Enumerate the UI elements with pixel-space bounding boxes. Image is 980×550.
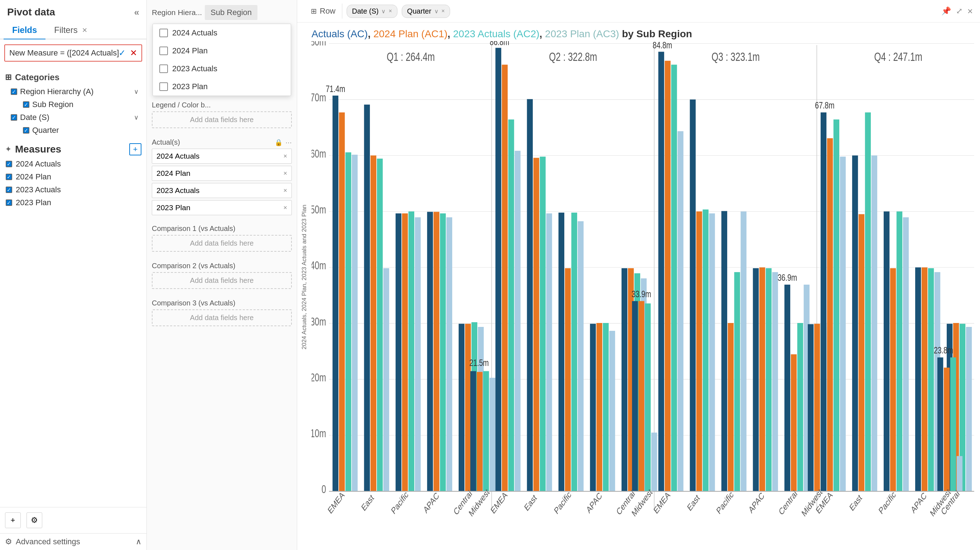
legend-area: Legend / Color b... Add data fields here: [152, 101, 292, 131]
settings-bottom-button[interactable]: ⚙: [27, 512, 42, 528]
formula-cancel-icon[interactable]: ✕: [130, 48, 137, 58]
category-item-date[interactable]: ✓ Date (S) ∨: [5, 111, 142, 124]
dropdown-item-2024-actuals[interactable]: 2024 Actuals: [153, 24, 291, 42]
formula-input[interactable]: [9, 48, 119, 58]
date-chip-close[interactable]: ×: [388, 8, 392, 14]
bar-q2-emea-2024plan: [502, 65, 508, 491]
dropdown-item-label-2024-actuals: 2024 Actuals: [172, 28, 217, 38]
tab-fields[interactable]: Fields: [3, 21, 46, 40]
quarter-chip[interactable]: Quarter ∨ ×: [402, 5, 450, 18]
categories-section: ⊞ Categories ✓ Region Hierarchy (A) ∨ ✓ …: [0, 67, 146, 140]
bar-q3-pacific-2024actuals: [721, 211, 727, 491]
category-label-quarter: Quarter: [32, 126, 59, 135]
legend-add-field[interactable]: Add data fields here: [152, 111, 292, 128]
chevron-date[interactable]: ∨: [134, 113, 138, 121]
bar-q1-midwest-2024actuals: [471, 371, 476, 491]
tab-filters[interactable]: Filters ×: [46, 21, 95, 39]
chart-close-icon[interactable]: ×: [967, 6, 973, 17]
annotation-q1-emea: 71.4m: [326, 83, 345, 94]
middle-panel: Region Hiera... Sub Region 2024 Actuals …: [147, 0, 297, 550]
pin-icon[interactable]: 📌: [941, 6, 951, 16]
checkbox-2024-actuals[interactable]: ✓: [6, 161, 12, 167]
bar-q3-midwest-2024plan: [814, 324, 820, 491]
collapse-icon[interactable]: «: [134, 7, 139, 18]
measure-item-2024-plan[interactable]: ✓ 2024 Plan: [0, 170, 146, 183]
formula-confirm-icon[interactable]: ✓: [119, 48, 126, 58]
checkbox-2024-plan[interactable]: ✓: [6, 174, 12, 180]
checkbox-region-hierarchy[interactable]: ✓: [11, 89, 17, 95]
bar-q1-apac-2024actuals: [427, 212, 433, 491]
formula-actions: ✓ ✕: [119, 48, 137, 58]
xlabel-q3-east: East: [686, 492, 702, 513]
category-item-quarter[interactable]: ✓ Quarter: [5, 124, 142, 137]
advanced-settings-row[interactable]: ⚙ Advanced settings ∧: [0, 533, 146, 550]
field-tag-close-2024-actuals[interactable]: ×: [283, 153, 287, 160]
bar-q1-midwest-2023actuals: [483, 371, 489, 491]
measures-title: Measures: [15, 144, 61, 155]
bar-q4-east-2024plan: [859, 214, 864, 491]
dropdown-item-2023-actuals[interactable]: 2023 Actuals: [153, 60, 291, 78]
measure-item-2023-plan[interactable]: ✓ 2023 Plan: [0, 196, 146, 209]
checkbox-2023-plan[interactable]: ✓: [6, 199, 12, 206]
chart-title-actuals: Actuals (AC): [312, 28, 368, 40]
expand-icon[interactable]: ⤢: [956, 6, 963, 16]
bar-q2-emea-2023plan: [514, 151, 520, 491]
dropdown-item-2023-plan[interactable]: 2023 Plan: [153, 78, 291, 95]
more-icon[interactable]: ⋯: [285, 138, 292, 146]
gear-icon: ⚙: [5, 537, 12, 547]
checkbox-quarter[interactable]: ✓: [23, 127, 29, 134]
comparison2-add-field[interactable]: Add data fields here: [152, 272, 292, 289]
ytick-40m: 40m: [312, 260, 326, 272]
bar-q1-east-2024actuals: [364, 105, 370, 491]
category-item-region-hierarchy[interactable]: ✓ Region Hierarchy (A) ∨: [5, 85, 142, 98]
sub-region-button[interactable]: Sub Region: [205, 5, 258, 20]
field-tag-2023-actuals[interactable]: 2023 Actuals ×: [152, 183, 292, 198]
bar-q1-east-2024plan: [371, 156, 376, 491]
filters-close-icon[interactable]: ×: [82, 25, 87, 35]
chart-title-sub-region: Sub Region: [636, 28, 692, 40]
comparison2-label: Comparison 2 (vs Actuals): [152, 262, 292, 270]
measure-item-2023-actuals[interactable]: ✓ 2023 Actuals: [0, 183, 146, 196]
add-measure-button[interactable]: +: [129, 143, 142, 156]
field-tag-2024-actuals[interactable]: 2024 Actuals ×: [152, 149, 292, 164]
bar-q2-east-2023actuals: [540, 156, 546, 491]
ytick-60m: 60m: [312, 148, 326, 160]
date-chip-chevron[interactable]: ∨: [381, 8, 386, 15]
bar-q2-midwest-2024actuals: [632, 301, 638, 491]
field-tag-close-2023-plan[interactable]: ×: [283, 204, 287, 211]
bar-q1-midwest-2024plan: [477, 372, 482, 491]
checkbox-2023-actuals[interactable]: ✓: [6, 186, 12, 193]
ytick-20m: 20m: [312, 372, 326, 384]
date-chip[interactable]: Date (S) ∨ ×: [347, 5, 398, 18]
measure-label-2024-plan: 2024 Plan: [16, 172, 51, 181]
chart-svg-container: 2024 Actuals, 2024 Plan, 2023 Actuals an…: [297, 41, 980, 550]
dropdown-item-icon-2023-actuals: [159, 64, 168, 73]
checkbox-date[interactable]: ✓: [11, 114, 17, 121]
advanced-settings-chevron[interactable]: ∧: [136, 537, 142, 547]
bar-q3-central-2023actuals: [797, 323, 803, 491]
dropdown-item-icon-2024-actuals: [159, 29, 168, 37]
field-tag-2024-plan[interactable]: 2024 Plan ×: [152, 166, 292, 181]
checkbox-sub-region[interactable]: ✓: [23, 101, 29, 108]
bar-q2-apac-2023actuals: [603, 323, 609, 491]
category-label-date: Date (S): [20, 113, 49, 122]
quarter-chip-chevron[interactable]: ∨: [434, 8, 439, 15]
dropdown-item-2024-plan[interactable]: 2024 Plan: [153, 42, 291, 60]
field-tag-2023-plan[interactable]: 2023 Plan ×: [152, 200, 292, 215]
field-tag-close-2024-plan[interactable]: ×: [283, 170, 287, 177]
comparison1-add-field[interactable]: Add data fields here: [152, 235, 292, 252]
field-tag-close-2023-actuals[interactable]: ×: [283, 187, 287, 194]
bar-q3-emea-2023actuals: [671, 65, 677, 491]
plus-icon: +: [11, 516, 15, 525]
add-bottom-button[interactable]: +: [5, 512, 21, 528]
dropdown-menu: 2024 Actuals 2024 Plan 2023 Actuals 2023…: [153, 24, 291, 96]
dropdown-item-label-2023-plan: 2023 Plan: [172, 82, 208, 91]
bar-q2-central-2024actuals: [622, 268, 627, 491]
quarter-chip-close[interactable]: ×: [441, 8, 445, 14]
measure-item-2024-actuals[interactable]: ✓ 2024 Actuals: [0, 157, 146, 170]
category-item-sub-region[interactable]: ✓ Sub Region: [5, 98, 142, 111]
comparison3-add-field[interactable]: Add data fields here: [152, 309, 292, 326]
region-hierarchy-row: Region Hiera... Sub Region: [147, 0, 297, 22]
chevron-region-hierarchy[interactable]: ∨: [134, 88, 138, 95]
pivot-collapse-btn[interactable]: «: [134, 7, 139, 18]
